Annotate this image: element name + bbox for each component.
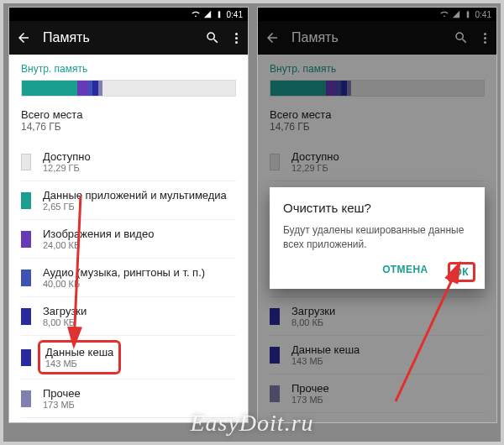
row-title: Изображения и видео (43, 228, 154, 240)
app-bar: Память (9, 21, 248, 55)
total-value: 14,76 ГБ (21, 121, 236, 133)
storage-row[interactable]: Доступно12,29 ГБ (21, 143, 236, 181)
dialog-body: Будут удалены кешированные данные всех п… (283, 223, 471, 252)
color-swatch (21, 154, 31, 170)
color-swatch (21, 349, 31, 366)
search-icon[interactable] (205, 30, 220, 45)
storage-row[interactable]: Аудио (музыка, рингтоны и т. п.)40,00 КБ (21, 259, 236, 297)
highlight-box: Данные кеша143 МБ (38, 340, 121, 374)
clear-cache-dialog: Очистить кеш? Будут удалены кешированные… (270, 187, 485, 289)
dialog-ok-button[interactable]: ОК (448, 262, 475, 282)
section-label: Внутр. память (21, 63, 236, 75)
storage-row[interactable]: Данные приложений и мультимедиа2,65 ГБ (21, 181, 236, 220)
storage-row[interactable]: Изображения и видео24,00 КБ (21, 220, 236, 259)
color-swatch (21, 390, 31, 407)
row-subtitle: 40,00 КБ (43, 279, 205, 289)
color-swatch (21, 192, 31, 209)
row-subtitle: 8,00 КБ (43, 317, 87, 327)
wifi-icon (192, 10, 200, 18)
battery-icon (215, 10, 223, 18)
back-icon[interactable] (16, 30, 31, 45)
row-title: Доступно (43, 150, 91, 163)
color-swatch (21, 231, 31, 248)
row-subtitle: 143 МБ (45, 359, 113, 369)
storage-row[interactable]: Данные кеша143 МБ (21, 336, 236, 380)
status-time: 0:41 (227, 10, 243, 19)
row-title: Загрузки (43, 305, 87, 317)
dialog-title: Очистить кеш? (283, 201, 471, 215)
phone-screenshot-right: 0:41 Память Внутр. память Всего места 14… (257, 7, 497, 423)
row-title: Данные приложений и мультимедиа (43, 189, 227, 202)
row-title: Данные кеша (45, 346, 113, 359)
phone-screenshot-left: 0:41 Память Внутр. память Всего места 14… (8, 7, 249, 423)
color-swatch (21, 308, 31, 325)
app-title: Память (43, 30, 193, 45)
row-subtitle: 2,65 ГБ (43, 202, 227, 212)
watermark: EasyDoit.ru (3, 410, 501, 437)
signal-icon (203, 10, 212, 18)
row-subtitle: 173 МБ (43, 400, 81, 410)
overflow-menu-icon[interactable] (232, 33, 241, 44)
color-swatch (21, 270, 31, 286)
storage-bar (21, 80, 236, 97)
row-subtitle: 12,29 ГБ (43, 163, 91, 173)
total-label: Всего места (21, 108, 236, 121)
storage-row[interactable]: Загрузки8,00 КБ (21, 297, 236, 336)
row-title: Аудио (музыка, рингтоны и т. п.) (43, 266, 205, 279)
dialog-cancel-button[interactable]: ОТМЕНА (382, 264, 428, 280)
row-subtitle: 24,00 КБ (43, 240, 154, 250)
status-bar: 0:41 (9, 8, 248, 21)
row-title: Прочее (43, 387, 81, 400)
total-space: Всего места 14,76 ГБ (21, 108, 236, 133)
